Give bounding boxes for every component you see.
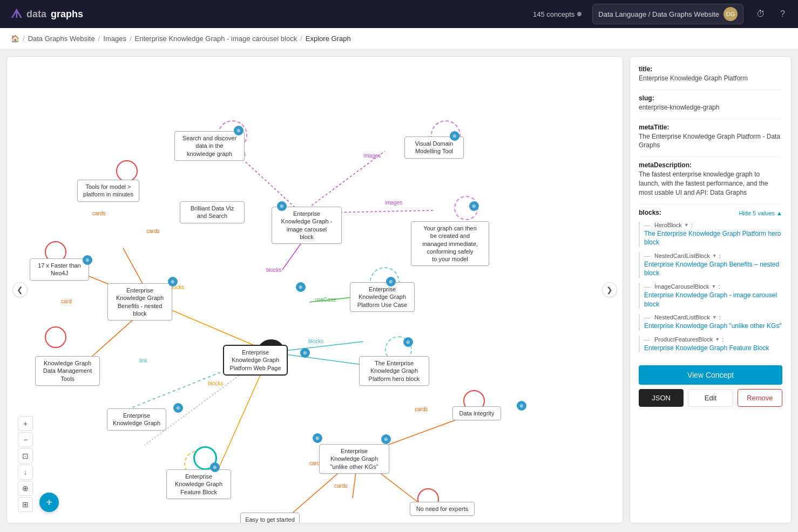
edge-label-images-2: images	[363, 153, 381, 159]
pin-badge-8[interactable]: ⊕	[83, 255, 92, 265]
pin-badge-14[interactable]: ⊕	[210, 462, 220, 472]
pin-badge-3[interactable]: ⊕	[450, 131, 459, 141]
node-easy-to-get-started[interactable]: Easy to get started	[240, 513, 300, 523]
right-panel: title: Enterprise Knowledge Graph Platfo…	[630, 56, 792, 523]
prop-title-val: Enterprise Knowledge Graph Platform	[639, 74, 782, 83]
block-link-3[interactable]: Enterprise Knowledge Graph "unlike other…	[644, 322, 782, 330]
edge-label-usecase: useCase	[315, 297, 336, 303]
block-dropdown-0[interactable]: ▼	[684, 222, 689, 228]
graph-canvas: ❮ ❯	[7, 57, 623, 523]
pin-badge-5[interactable]: ⊕	[386, 277, 396, 287]
svg-line-1	[301, 151, 385, 213]
pin-badge-6[interactable]: ⊕	[296, 282, 306, 292]
edge-label-card: card	[61, 298, 71, 304]
node-image-carousel[interactable]: EnterpriseKnowledge Graph -image carouse…	[272, 207, 342, 244]
block-item-4: — ProductFeaturesBlock ▼ : Enterprise Kn…	[639, 336, 782, 353]
bottom-buttons: View Concept JSON Edit Remove	[639, 359, 782, 407]
pin-badge-7[interactable]: ⊕	[168, 277, 178, 287]
breadcrumb-item-2[interactable]: Enterprise Knowledge Graph - image carou…	[135, 35, 297, 43]
pin-badge-15[interactable]: ⊕	[313, 433, 322, 443]
node-data-integrity[interactable]: Data integrity	[452, 406, 501, 420]
block-link-2[interactable]: Enterprise Knowledge Graph - image carou…	[644, 291, 777, 308]
node-brilliant-data[interactable]: Brilliant Data Vizand Search	[180, 201, 245, 223]
fit-button[interactable]: ⊡	[18, 448, 33, 463]
node-feature-block[interactable]: EnterpriseKnowledge GraphFeature Block	[166, 469, 231, 499]
pin-badge-4[interactable]: ⊕	[469, 201, 479, 211]
history-icon[interactable]: ⏱	[754, 7, 767, 21]
view-concept-button[interactable]: View Concept	[639, 365, 782, 385]
prop-meta-desc-val: The fastest enterprise knowledge graph t…	[639, 170, 782, 197]
home-icon[interactable]: 🏠	[11, 35, 19, 43]
pin-badge-12[interactable]: ⊕	[381, 434, 391, 444]
node-platform-web-page[interactable]: EnterpriseKnowledge GraphPlatform Web Pa…	[223, 345, 288, 376]
pin-badge-2[interactable]: ⊕	[234, 126, 244, 135]
block-link-1[interactable]: Enterprise Knowledge Graph Benefits – ne…	[644, 261, 779, 277]
block-dropdown-3[interactable]: ▼	[712, 315, 717, 320]
node-platform-use-case[interactable]: EnterpriseKnowledge GraphPlatform Use Ca…	[350, 282, 415, 312]
nav-right-button[interactable]: ❯	[602, 282, 617, 297]
edge-label-images-3: images	[385, 200, 402, 206]
node-unlike-kgs[interactable]: EnterpriseKnowledge Graph"unlike other K…	[319, 444, 389, 474]
logo-graphs-text: graphs	[51, 9, 83, 20]
remove-button[interactable]: Remove	[738, 389, 782, 407]
breadcrumb-item-1[interactable]: Images	[103, 35, 126, 43]
node-no-need-experts[interactable]: No need for experts	[410, 502, 475, 516]
json-button[interactable]: JSON	[639, 389, 684, 407]
node-tools-model[interactable]: Tools for model >platform in minutes	[77, 180, 139, 202]
node-kg-data-mgmt[interactable]: Knowledge GraphData ManagementTools	[35, 356, 100, 386]
blocks-header: blocks: Hide 5 values ▲	[639, 209, 782, 217]
node-faster-neo4j[interactable]: 17 x Faster thanNeo4J	[30, 258, 89, 281]
node-hero-block[interactable]: The EnterpriseKnowledge GraphPlatform he…	[359, 356, 429, 386]
edge-label-blocks-3: blocks	[308, 338, 323, 344]
block-item-2: — ImageCarouselBlock ▼ : Enterprise Know…	[639, 283, 782, 309]
nav-left-button[interactable]: ❮	[12, 282, 28, 297]
zoom-out-button[interactable]: −	[18, 432, 33, 447]
prop-title: title: Enterprise Knowledge Graph Platfo…	[639, 65, 782, 83]
block-dropdown-2[interactable]: ▼	[712, 284, 716, 289]
pin-badge-9[interactable]: ⊕	[403, 337, 413, 347]
hide-values-button[interactable]: Hide 5 values ▲	[739, 210, 782, 216]
graph-edges-svg	[7, 57, 623, 523]
add-node-button[interactable]: +	[39, 493, 59, 512]
block-item-3: — NestedCardListBlock ▼ : Enterprise Kno…	[639, 314, 782, 331]
edge-label-cards-1: cards	[92, 210, 105, 216]
node-search-discover[interactable]: Search and discoverdata in theknowledge …	[174, 131, 245, 161]
block-link-4[interactable]: Enterprise Knowledge Graph Feature Block	[644, 344, 769, 352]
layers-button[interactable]: ⊞	[18, 497, 33, 512]
block-link-0[interactable]: The Enterprise Knowledge Graph Platform …	[644, 230, 781, 247]
breadcrumb-current: Explore Graph	[306, 35, 351, 43]
prop-meta-title-key: metaTitle:	[639, 124, 782, 131]
logo-icon: ᗑ	[11, 7, 22, 21]
block-dropdown-4[interactable]: ▼	[715, 337, 720, 342]
workspace-selector[interactable]: Data Language / Data Graphs Website DG	[592, 4, 743, 24]
breadcrumb-item-0[interactable]: Data Graphs Website	[28, 35, 95, 43]
block-item-0: — HeroBlock ▼ : The Enterprise Knowledge…	[639, 222, 782, 247]
edge-label-blocks-4: blocks	[208, 380, 223, 386]
pin-badge-11[interactable]: ⊕	[173, 403, 183, 413]
prop-meta-title-val: The Enterprise Knowledge Graph Platform …	[639, 132, 782, 151]
node-benefits-nested[interactable]: EnterpriseKnowledge GraphBenefits - nest…	[107, 283, 172, 320]
edit-button[interactable]: Edit	[688, 389, 733, 407]
edge-label-cards-2: cards	[146, 228, 159, 234]
block-type-2: — ImageCarouselBlock ▼ :	[644, 283, 782, 290]
node-your-graph[interactable]: Your graph can thenbe created andmanaged…	[411, 221, 489, 266]
workspace-label: Data Language / Data Graphs Website	[598, 10, 719, 18]
action-buttons: JSON Edit Remove	[639, 389, 782, 407]
concepts-dot	[577, 12, 581, 16]
pin-badge-10[interactable]: ⊕	[300, 348, 310, 358]
circle-node-1[interactable]	[116, 160, 138, 182]
header: ᗑ datagraphs 145 concepts Data Language …	[0, 0, 798, 28]
help-icon[interactable]: ?	[778, 7, 787, 21]
block-dropdown-1[interactable]: ▼	[712, 253, 717, 258]
edge-label-cards-5: cards	[334, 483, 347, 489]
prop-blocks: blocks: Hide 5 values ▲ — HeroBlock ▼ : …	[639, 209, 782, 353]
download-button[interactable]: ↓	[18, 465, 33, 480]
circle-node-3[interactable]	[45, 326, 66, 348]
prop-slug: slug: enterprise-knowledge-graph	[639, 94, 782, 112]
pin-badge-13[interactable]: ⊕	[517, 401, 526, 411]
node-enterprise-kg[interactable]: EnterpriseKnowledge Graph	[107, 408, 166, 431]
pin-badge-1[interactable]: ⊕	[277, 201, 287, 211]
pin-button[interactable]: ⊕	[18, 481, 33, 496]
zoom-in-button[interactable]: +	[18, 416, 33, 431]
concepts-count: 145 concepts	[533, 10, 581, 18]
